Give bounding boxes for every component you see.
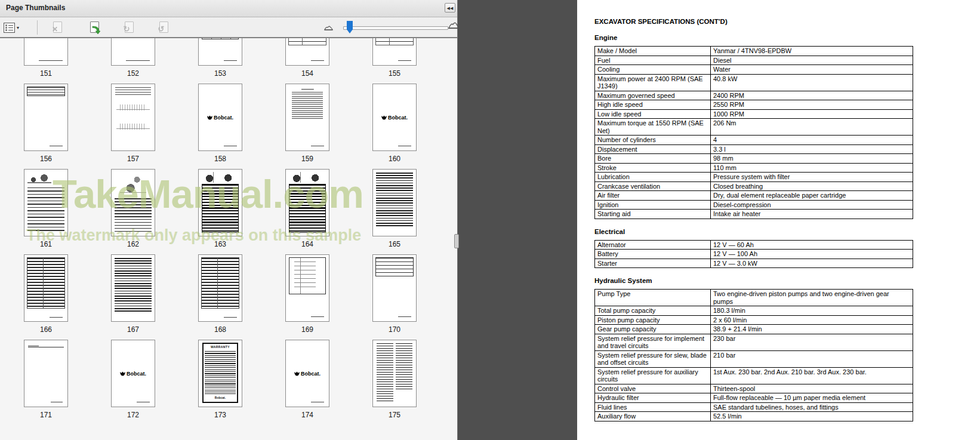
insert-page-button[interactable] [86,20,103,35]
slider-track[interactable] [343,26,448,30]
spec-value: 1000 RPM [711,109,913,119]
delete-x-icon: ✕ [50,24,60,34]
spec-row: Alternator12 V — 60 Ah [595,240,913,250]
reduce-thumbnail-size-icon[interactable] [324,23,333,33]
spec-label: Total pump capacity [595,306,711,316]
page-number-label: 155 [389,69,400,78]
page-number-label: 163 [214,240,226,248]
spec-label: Pump Type [595,290,711,306]
spec-row: Auxiliary flow52.5 l/min [595,412,913,421]
spec-value: 4 [711,136,913,145]
thumbnails-scroll-area[interactable]: 151152153154155156157Bobcat.158159Bobcat… [0,38,457,440]
page-number-label: 152 [127,69,139,78]
spec-row: Starting aidIntake air heater [595,210,913,219]
thumbnail-cell: 163 [177,169,264,254]
page-thumbnail[interactable]: Bobcat. [285,340,329,407]
page-thumbnail[interactable] [111,169,155,236]
spec-row: Pump TypeTwo engine-driven piston pumps … [595,290,913,306]
rotate-page-button: ↻ [121,20,137,35]
page-thumbnail[interactable]: WARRANTYBobcat. [198,340,242,407]
collapse-panel-button[interactable]: ◀◀ [445,3,455,13]
page-number-label: 162 [127,240,139,248]
page-thumbnail[interactable]: Bobcat. [372,84,417,151]
spec-row: FuelDiesel [595,56,913,65]
page-thumbnail[interactable] [372,38,417,66]
page-thumbnail[interactable] [111,254,155,322]
page-thumbnail[interactable] [24,38,68,66]
spec-row: System relief pressure for slew, blade a… [595,350,913,367]
bobcat-logo-label: Bobcat. [127,371,146,377]
spec-value: 2550 RPM [711,100,913,110]
spec-row: Starter12 V — 3.0 kW [595,259,913,268]
page-number-label: 164 [301,240,313,248]
page-thumbnail[interactable] [198,38,242,66]
page-number-label: 172 [127,411,139,419]
spec-value: Full-flow replaceable — 10 µm paper medi… [711,393,913,403]
page-number-label: 173 [214,411,226,419]
spec-value: 206 Nm [711,119,913,136]
panel-header: Page Thumbnails ◀◀ [0,0,457,17]
toolbar-separator [37,20,38,35]
spec-row: Battery12 V — 100 Ah [595,250,913,259]
page-thumbnail[interactable] [24,84,68,151]
spec-label: Gear pump capacity [595,325,711,334]
thumbnail-size-slider[interactable] [343,22,448,33]
spec-label: Fuel [595,56,711,65]
spec-label: Bore [595,154,711,164]
spec-label: Fluid lines [595,402,711,412]
page-thumbnail[interactable] [372,254,417,322]
panel-resize-handle[interactable] [454,234,459,248]
spec-value: 110 mm [711,163,913,173]
page-thumbnail[interactable] [285,254,329,322]
page-number-label: 165 [389,240,400,248]
spec-value: 2 x 60 l/min [711,315,913,325]
spec-value: Thirteen-spool [711,384,913,393]
page-thumbnail[interactable]: Bobcat. [111,340,155,407]
spec-label: Stroke [595,163,711,173]
page-number-label: 151 [40,69,52,78]
spec-value: SAE standard tubelines, hoses, and fitti… [711,402,913,412]
spec-value: 40.8 kW [711,74,913,91]
slider-thumb[interactable] [347,21,353,33]
spec-row: LubricationPressure system with filter [595,173,913,182]
page-thumbnail[interactable] [24,254,68,322]
thumbnail-cell: 171 [2,340,90,425]
bobcat-logo: Bobcat. [120,371,146,377]
page-number-label: 157 [127,155,139,163]
page-thumbnail[interactable] [285,84,329,151]
page-thumbnail[interactable] [372,340,417,407]
page-thumbnail[interactable] [111,84,155,151]
thumbnail-cell: Bobcat.160 [351,84,438,169]
page-thumbnail[interactable] [372,169,417,236]
spec-value: 1st Aux. 230 bar. 2nd Aux. 210 bar. 3rd … [711,367,913,384]
page-thumbnail[interactable] [285,38,329,66]
page-thumbnail[interactable] [24,340,68,407]
page-thumbnail[interactable] [198,254,242,322]
spec-row: Gear pump capacity38.9 + 21.4 l/min [595,325,913,334]
thumbnail-cell: 154 [264,38,351,84]
spec-label: System relief pressure for slew, blade a… [595,350,711,367]
page-number-label: 170 [389,325,400,334]
page-thumbnail[interactable] [111,38,155,66]
spec-label: Air filter [595,191,711,201]
page-number-label: 171 [40,411,52,419]
page-thumbnail[interactable] [198,169,242,236]
bobcat-logo-label: Bobcat. [214,115,233,121]
spec-value: Water [711,65,913,75]
thumbnail-cell: 164 [264,169,351,254]
thumbnail-options-menu-button[interactable]: ▾ [4,21,29,33]
page-thumbnail[interactable]: Bobcat. [198,84,242,151]
page-thumbnail[interactable] [24,169,68,236]
spec-value: Closed breathing [711,181,913,191]
thumbnail-cell: Bobcat.158 [177,84,264,169]
thumbnail-cell: 165 [351,169,438,254]
spec-label: System relief pressure for auxiliary cir… [595,367,711,384]
spec-row: Control valveThirteen-spool [595,384,913,393]
viewer-background [458,0,577,440]
spec-label: Control valve [595,384,711,393]
spec-table: Make / ModelYanmar / 4TNV98-EPDBWFuelDie… [594,46,913,219]
spec-table: Alternator12 V — 60 AhBattery12 V — 100 … [594,240,913,269]
document-page: EXCAVATOR SPECIFICATIONS (CONT'D) Engine… [577,0,980,440]
thumbnail-cell: 175 [351,340,438,425]
page-thumbnail[interactable] [285,169,329,236]
